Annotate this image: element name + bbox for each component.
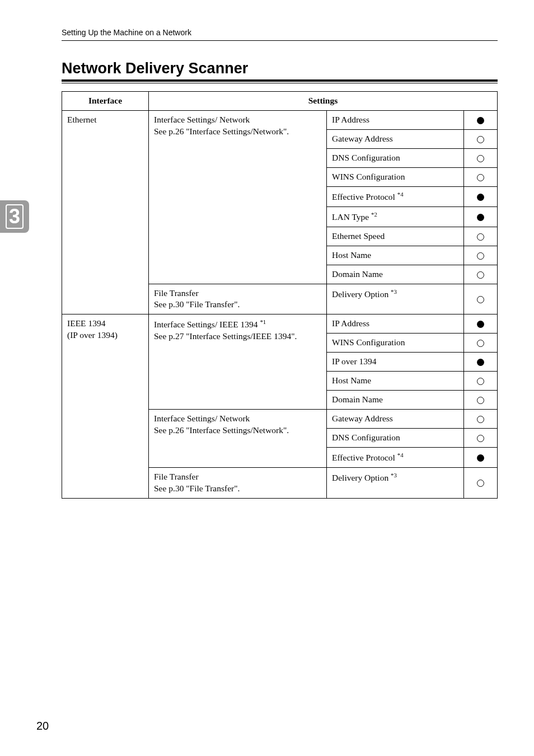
hollow-circle-icon — [477, 480, 484, 487]
mark-cell — [464, 227, 498, 246]
setting-label: DNS Configuration — [332, 153, 400, 162]
interface-cell: Ethernet — [62, 110, 149, 314]
mark-cell — [464, 467, 498, 498]
table-row: Ethernet Interface Settings/ Network See… — [62, 110, 498, 129]
hollow-circle-icon — [477, 252, 484, 260]
mark-cell — [464, 428, 498, 447]
interface-sub: (IP over 1394) — [67, 330, 118, 340]
setting-cell: Ethernet Speed — [327, 227, 464, 246]
mark-cell — [464, 372, 498, 391]
mark-cell — [464, 206, 498, 227]
mark-cell — [464, 334, 498, 353]
setting-sup: *4 — [397, 191, 404, 198]
setting-cell: IP Address — [327, 110, 464, 129]
filled-circle-icon — [477, 194, 484, 201]
setting-label: Host Name — [332, 250, 371, 260]
page-body: Setting Up the Machine on a Network Netw… — [0, 0, 534, 499]
filled-circle-icon — [477, 214, 484, 221]
section-tab: 3 — [0, 200, 29, 233]
block-sup: *1 — [260, 318, 266, 325]
setting-cell: IP over 1394 — [327, 353, 464, 372]
setting-cell: WINS Configuration — [327, 334, 464, 353]
setting-label: Delivery Option — [332, 289, 391, 299]
block-cell: Interface Settings/ Network See p.26 "In… — [149, 409, 327, 467]
setting-cell: Effective Protocol *4 — [327, 186, 464, 206]
setting-cell: Effective Protocol *4 — [327, 447, 464, 467]
hollow-circle-icon — [477, 340, 484, 347]
setting-cell: IP Address — [327, 314, 464, 334]
filled-circle-icon — [477, 117, 484, 124]
mark-cell — [464, 391, 498, 410]
block-note: See p.26 "Interface Settings/Network". — [154, 425, 289, 435]
mark-cell — [464, 246, 498, 265]
setting-label: Ethernet Speed — [332, 231, 385, 241]
block-note: See p.30 "File Transfer". — [154, 483, 240, 493]
mark-cell — [464, 447, 498, 467]
block-cell: File Transfer See p.30 "File Transfer". — [149, 284, 327, 314]
hollow-circle-icon — [477, 271, 484, 279]
running-head-rule — [62, 40, 498, 41]
setting-sup: *2 — [371, 211, 377, 218]
interface-cell: IEEE 1394 (IP over 1394) — [62, 314, 149, 498]
block-cell: Interface Settings/ Network See p.26 "In… — [149, 110, 327, 284]
section-tab-number: 3 — [6, 204, 24, 229]
mark-cell — [464, 314, 498, 334]
setting-cell: Delivery Option *3 — [327, 284, 464, 314]
hollow-circle-icon — [477, 397, 484, 404]
block-label: Interface Settings/ IEEE 1394 — [154, 320, 260, 330]
mark-cell — [464, 409, 498, 428]
mark-cell — [464, 265, 498, 284]
block-label: File Transfer — [154, 288, 199, 298]
setting-cell: Gateway Address — [327, 129, 464, 148]
interface-label: Ethernet — [67, 115, 97, 124]
hollow-circle-icon — [477, 136, 484, 143]
block-note: See p.27 "Interface Settings/IEEE 1394". — [154, 331, 297, 341]
block-label: File Transfer — [154, 472, 199, 481]
table-header-row: Interface Settings — [62, 92, 498, 111]
setting-label: WINS Configuration — [332, 337, 405, 347]
block-cell: Interface Settings/ IEEE 1394 *1 See p.2… — [149, 314, 327, 410]
hollow-circle-icon — [477, 155, 484, 162]
setting-cell: Host Name — [327, 246, 464, 265]
filled-circle-icon — [477, 321, 484, 328]
hollow-circle-icon — [477, 378, 484, 385]
running-head: Setting Up the Machine on a Network — [62, 28, 498, 37]
setting-label: IP Address — [332, 115, 369, 124]
setting-cell: Host Name — [327, 372, 464, 391]
setting-sup: *3 — [391, 472, 397, 478]
setting-cell: DNS Configuration — [327, 428, 464, 447]
section-rule-thin — [62, 83, 498, 83]
setting-label: IP over 1394 — [332, 356, 377, 366]
block-note: See p.26 "Interface Settings/Network". — [154, 126, 289, 136]
mark-cell — [464, 148, 498, 167]
hollow-circle-icon — [477, 416, 484, 423]
block-label: Interface Settings/ Network — [154, 414, 250, 423]
mark-cell — [464, 353, 498, 372]
setting-sup: *3 — [391, 288, 397, 295]
setting-label: Domain Name — [332, 395, 383, 404]
setting-cell: DNS Configuration — [327, 148, 464, 167]
setting-label: IP Address — [332, 318, 369, 328]
col-interface: Interface — [62, 92, 149, 111]
setting-label: WINS Configuration — [332, 172, 405, 181]
mark-cell — [464, 186, 498, 206]
setting-label: DNS Configuration — [332, 433, 400, 442]
setting-label: LAN Type — [332, 212, 371, 222]
filled-circle-icon — [477, 454, 484, 462]
setting-cell: LAN Type *2 — [327, 206, 464, 227]
section-heading: Network Delivery Scanner — [62, 60, 498, 77]
mark-cell — [464, 167, 498, 186]
mark-cell — [464, 110, 498, 129]
block-label: Interface Settings/ Network — [154, 115, 250, 124]
setting-label: Effective Protocol — [332, 453, 397, 462]
mark-cell — [464, 284, 498, 314]
setting-label: Gateway Address — [332, 414, 393, 423]
setting-label: Gateway Address — [332, 134, 393, 143]
setting-cell: Domain Name — [327, 265, 464, 284]
section-rule-thick — [62, 79, 498, 82]
setting-cell: Gateway Address — [327, 409, 464, 428]
filled-circle-icon — [477, 359, 484, 366]
block-note: See p.30 "File Transfer". — [154, 299, 240, 309]
hollow-circle-icon — [477, 296, 484, 303]
hollow-circle-icon — [477, 435, 484, 442]
